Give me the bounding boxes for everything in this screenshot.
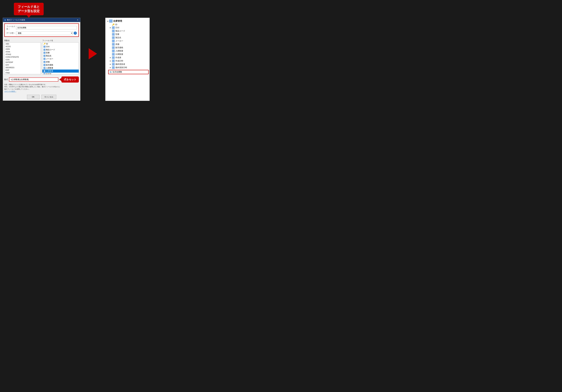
dialog-titlebar: ▦ 数式フィールドの追加 ×	[3, 18, 80, 22]
func-FIND[interactable]: FIND	[4, 71, 41, 74]
tree-icon-created-at	[112, 60, 115, 62]
func-DEGREES[interactable]: DEGREES	[4, 66, 41, 69]
tree-root: ◀ 在庫管理	[105, 19, 150, 23]
tree-label-last-updater: 最終更新者	[116, 63, 125, 66]
tree-icon-date	[112, 26, 115, 29]
expand-icon-last-updated-at[interactable]: ▶	[110, 67, 111, 69]
func-CONCATENATE[interactable]: CONCATENATE	[4, 56, 41, 58]
field-name-input[interactable]	[16, 26, 77, 29]
field-stock-in[interactable]: 入庫数量	[42, 67, 79, 69]
field-settings-section: フィールド名： データ型： 整数 ?	[4, 23, 79, 37]
callout-top-bubble: フィールド名と データ型を設定	[14, 3, 44, 15]
tree-node-sale-price: 販売価格	[108, 46, 150, 49]
tree-panel: ◀ 在庫管理 🔑 ID ▶ 日付 製品コード	[105, 18, 150, 101]
tree-icon-stock-out	[112, 53, 115, 56]
tree-node-date: ▶ 日付	[108, 26, 150, 29]
field-sale-price[interactable]: 販売価格	[42, 63, 79, 67]
func-ACOS[interactable]: ACOS	[4, 45, 41, 48]
note-line3: 集計フィールドを使用してください。	[4, 88, 30, 90]
dialog-add-formula-field: ▦ 数式フィールドの追加 × フィールド名： データ型： 整数 ?	[3, 18, 80, 101]
field-cost[interactable]: 原価	[42, 60, 79, 63]
field-icon-grid	[44, 46, 46, 48]
tree-label-stock-in: 入庫数量	[116, 50, 123, 52]
expand-icon-last-updater[interactable]: ▶	[110, 63, 111, 65]
tree-label-date: 日付	[116, 26, 119, 29]
func-EXP[interactable]: EXP	[4, 69, 41, 71]
field-icon-grid4	[44, 55, 46, 57]
tree-icon-last-updater	[112, 63, 115, 66]
callout-top-line2: データ型を設定	[18, 9, 40, 13]
tree-icon-creator	[112, 56, 115, 59]
tree-node-created-at: ▶ 作成日時	[108, 59, 150, 63]
tree-label-sale-price: 販売価格	[116, 46, 123, 49]
tree-node-last-updater: ▶ 最終更新者	[108, 63, 150, 66]
tree-node-maker: メーカー	[108, 39, 150, 43]
func-ATAN[interactable]: ATAN	[4, 50, 41, 53]
tree-label-stock-out: 出庫数量	[116, 53, 123, 56]
field-ID[interactable]: 🔑 ID	[42, 43, 79, 45]
tree-label-product-name: 製品名	[116, 36, 121, 39]
tree-label-current-stock: 当月在庫数	[112, 71, 122, 73]
tree-label-last-updated-at: 最終更新日時	[116, 66, 127, 69]
expand-icon-date[interactable]: ▶	[110, 27, 111, 29]
tree-node-last-updated-at: ▶ 最終更新日時	[108, 66, 150, 69]
func-ATAN2[interactable]: ATAN2	[4, 53, 41, 56]
help-button[interactable]: ?	[74, 32, 77, 35]
tree-icon-cost	[112, 43, 115, 46]
expand-icon-creator[interactable]: ▶	[110, 57, 111, 58]
comment-settings-link[interactable]: コメントの設定...	[4, 91, 16, 92]
callout-formula-text: 式をセット	[64, 78, 76, 81]
callout-top-line1: フィールド名と	[18, 5, 40, 9]
tree-node-current-stock-highlighted: fx 当月在庫数	[108, 70, 149, 74]
function-list-label: 関数名	[4, 39, 41, 42]
tree-label-product-code: 製品コード	[116, 30, 125, 32]
note-line2: AVG、COUNTなどの集計用の関数を使用したい場合、数式フィールドの代わりに	[4, 86, 60, 88]
field-list-col: フィールド名 🔑 ID 日付 製品コード	[42, 39, 79, 74]
tree-node-creator: ▶ 作成者	[108, 56, 150, 59]
func-ASIN[interactable]: ASIN	[4, 48, 41, 50]
data-type-select[interactable]: 整数	[16, 31, 73, 35]
lists-area: 関数名 ABS ACOS ASIN ATAN ATAN2 CONCATENATE…	[3, 38, 80, 75]
field-icon-grid2	[44, 49, 46, 51]
tree-node-product-name: 製品名	[108, 36, 150, 39]
tree-icon-parent-table	[109, 20, 112, 23]
field-model-no[interactable]: 型番	[42, 51, 79, 54]
formula-label: 数式	[4, 78, 8, 81]
dialog-title: 数式フィールドの追加	[7, 19, 25, 21]
note-area: 注意：関数はリストに記載されているもののみ使用可能です。 AVG、COUNTなど…	[3, 83, 80, 93]
field-stock-out[interactable]: 出庫数量	[42, 69, 79, 73]
field-icon-grid7	[44, 64, 46, 66]
tree-fx-icon: fx	[110, 71, 112, 73]
data-type-label: データ型：	[6, 32, 16, 34]
dialog-close-button[interactable]: ×	[76, 19, 79, 21]
expand-icon-created-at[interactable]: ▶	[110, 60, 111, 62]
field-product-name[interactable]: 製品名	[42, 54, 79, 57]
func-DAY[interactable]: DAY	[4, 64, 41, 66]
field-date[interactable]: 日付	[42, 45, 79, 48]
tree-root-label: 在庫管理	[113, 20, 122, 23]
dialog-title-icon: ▦	[4, 19, 6, 21]
function-list-box[interactable]: ABS ACOS ASIN ATAN ATAN2 CONCATENATE COS…	[4, 42, 41, 74]
arrow-right	[89, 48, 97, 59]
func-DATEDIF[interactable]: DATEDIF	[4, 61, 41, 64]
tree-icon-product-code	[112, 30, 115, 32]
func-COS[interactable]: COS	[4, 58, 41, 61]
tree-label-ID: ID	[115, 23, 117, 26]
tree-label-model: 型番	[116, 33, 119, 35]
field-icon-grid10	[44, 73, 46, 74]
tree-children: 🔑 ID ▶ 日付 製品コード 型番 製品名	[108, 23, 150, 74]
field-icon-grid6	[44, 61, 46, 63]
field-maker[interactable]: メーカー	[42, 57, 79, 60]
field-product-code[interactable]: 製品コード	[42, 48, 79, 51]
ok-button[interactable]: OK	[27, 95, 39, 99]
tree-key-icon-ID: 🔑	[112, 23, 115, 26]
func-ABS[interactable]: ABS	[4, 43, 41, 45]
field-creator[interactable]: 作成者	[42, 73, 79, 74]
callout-formula-bubble: 式をセット	[61, 76, 79, 82]
tree-node-product-code: 製品コード	[108, 29, 150, 33]
field-list-box[interactable]: 🔑 ID 日付 製品コード 型番	[42, 42, 79, 74]
formula-input[interactable]: =[入庫数量]-[出庫数量]	[9, 77, 58, 81]
tree-label-cost: 原価	[116, 43, 119, 46]
field-icon-key: 🔑	[44, 43, 46, 45]
cancel-button[interactable]: キャンセル	[41, 95, 56, 99]
